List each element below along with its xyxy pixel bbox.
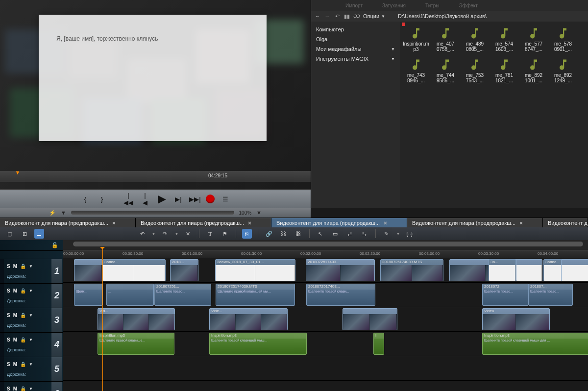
clip-video[interactable] xyxy=(343,308,397,330)
tab-import[interactable]: Импорт xyxy=(345,3,363,8)
clip-title[interactable]: Запис... xyxy=(102,259,166,281)
select-tool[interactable]: ▭ xyxy=(330,229,340,239)
file-item[interactable]: me_5741603_... xyxy=(490,26,518,52)
file-item[interactable]: me_4070758_... xyxy=(431,26,460,52)
clip-video[interactable]: Video xyxy=(482,308,550,330)
clip-audio[interactable]: Inspirition.mp3Щелкните правой клавишей … xyxy=(482,333,588,355)
mute-button[interactable]: M xyxy=(13,313,17,318)
tree-tools[interactable]: Инструменты MAGIX▼ xyxy=(311,54,400,64)
search-icon[interactable] xyxy=(353,13,360,20)
pointer-tool[interactable]: ↖ xyxy=(316,229,325,239)
tracks-area[interactable]: 00:00:00:0000:00:30:0000:01:00:0000:01:3… xyxy=(63,240,588,391)
clip-title[interactable]: Щелк... xyxy=(74,284,102,306)
clip-video[interactable]: Vide... xyxy=(209,308,288,330)
track[interactable]: Vid... Vide... Video xyxy=(63,307,588,332)
mute-button[interactable]: M xyxy=(13,362,17,367)
preview-ruler[interactable]: ▼ 04:29:15 xyxy=(0,171,311,182)
range-end-button[interactable]: } xyxy=(96,194,108,204)
file-item[interactable]: me_7438946_... xyxy=(402,58,430,83)
mute-button[interactable]: M xyxy=(13,337,17,342)
clip-title[interactable]: Запись_2018_07_30_01... xyxy=(215,259,295,281)
clip-title[interactable]: 2018072... Щелкните право... xyxy=(482,284,529,306)
clip-video[interactable] xyxy=(74,259,102,281)
next-frame-button[interactable]: ▶| xyxy=(172,194,184,204)
range-start-button[interactable]: { xyxy=(79,194,91,204)
chevron-down-icon[interactable]: ▼ xyxy=(29,387,33,391)
project-tab[interactable]: Видеоконтент для пиар xyxy=(543,218,588,227)
track[interactable]: Щелк... ... 201807251... Щелкните право.… xyxy=(63,283,588,307)
solo-button[interactable]: S xyxy=(7,386,10,391)
link-button[interactable]: 🔗 xyxy=(264,229,274,239)
lock-icon[interactable]: 🔒 xyxy=(20,313,26,318)
track[interactable]: Inspirition.mp3Щелкните правой клавише..… xyxy=(63,332,588,356)
project-tab[interactable]: Видеоконтент для пиара (предпродакш...× xyxy=(136,218,271,227)
zoom-scrollbar[interactable] xyxy=(73,242,583,246)
goto-start-button[interactable]: |◀◀ xyxy=(122,194,134,204)
project-tab[interactable]: Видеоконтент для пиара (предпродакш...× xyxy=(407,218,543,227)
close-icon[interactable]: × xyxy=(519,220,522,226)
file-item[interactable]: me_8921249_... xyxy=(549,58,577,83)
file-item[interactable]: me_7449586_... xyxy=(431,58,460,83)
file-item[interactable]: me_7537543_... xyxy=(461,58,489,83)
record-button[interactable] xyxy=(206,195,215,203)
tree-media[interactable]: Мои медиафайлы▼ xyxy=(311,44,400,54)
solo-button[interactable]: S xyxy=(7,264,10,269)
clip-video[interactable]: 2018... xyxy=(170,259,198,281)
view-mode-1[interactable]: ▢ xyxy=(5,229,15,239)
track[interactable] xyxy=(63,356,588,381)
lock-icon[interactable]: 🔒 xyxy=(20,264,26,269)
clip-video[interactable]: Vid... xyxy=(98,308,175,330)
chevron-down-icon[interactable]: ▼ xyxy=(29,362,33,367)
group-button[interactable]: ⛓ xyxy=(279,229,289,239)
ruler-marker[interactable]: ▼ xyxy=(15,170,21,175)
delete-button[interactable]: ✕ xyxy=(183,229,193,239)
view-mode-2[interactable]: ⊞ xyxy=(20,229,29,239)
clip-video[interactable]: 2018072517403... xyxy=(306,259,375,281)
ruler-scale[interactable]: 00:00:00:0000:00:30:0000:01:00:0000:01:3… xyxy=(63,250,588,258)
solo-button[interactable]: S xyxy=(7,362,10,367)
project-tab[interactable]: Видеоконтент для пиара (предпродакш...× xyxy=(0,218,136,227)
lock-icon[interactable]: 🔓 xyxy=(51,242,58,248)
tree-user[interactable]: Olga xyxy=(311,34,400,44)
close-icon[interactable]: × xyxy=(112,220,115,226)
ungroup-button[interactable]: ⛓̸ xyxy=(294,229,303,239)
chevron-down-icon[interactable]: ▼ xyxy=(29,264,33,269)
mute-button[interactable]: M xyxy=(13,288,17,293)
brace-tool[interactable]: {··} xyxy=(405,229,415,239)
close-icon[interactable]: × xyxy=(384,220,387,226)
file-item[interactable]: me_5778747_... xyxy=(519,26,548,52)
track[interactable] xyxy=(63,381,588,391)
clip-video[interactable] xyxy=(516,259,542,281)
clip-video[interactable] xyxy=(561,259,588,281)
close-icon[interactable]: × xyxy=(248,220,251,226)
solo-button[interactable]: S xyxy=(7,288,10,293)
view-mode-3[interactable]: ☰ xyxy=(34,229,44,239)
back-button[interactable]: ← xyxy=(314,13,321,20)
jog-slider[interactable] xyxy=(71,211,234,215)
razor-tool[interactable]: ✎ xyxy=(382,229,392,239)
chevron-down-icon[interactable]: ▼ xyxy=(29,313,33,318)
file-item[interactable]: me_7811821_... xyxy=(490,58,518,83)
file-item[interactable]: me_8921001_... xyxy=(519,58,548,83)
timeline-ruler[interactable]: 00:00:00:0000:00:30:0000:01:00:0000:01:3… xyxy=(63,240,588,258)
title-button[interactable]: T xyxy=(205,229,215,239)
lock-icon[interactable]: 🔒 xyxy=(20,288,26,293)
options-dropdown[interactable]: Опции ▼ xyxy=(363,13,385,19)
chevron-down-icon[interactable]: ▼ xyxy=(29,289,33,293)
tab-fades[interactable]: Затухания xyxy=(382,3,406,8)
redo-button[interactable]: ↷ xyxy=(160,229,170,239)
file-item[interactable]: me_5780901_... xyxy=(549,26,577,52)
ripple-tool[interactable]: ⇄ xyxy=(345,229,355,239)
clip-audio[interactable]: I xyxy=(373,333,384,355)
clip-title[interactable]: ... xyxy=(106,284,154,306)
lock-icon[interactable]: 🔒 xyxy=(20,386,26,391)
forward-button[interactable]: → xyxy=(324,13,331,20)
clip-audio[interactable]: Inspirition.mp3Щелкните правой клавише..… xyxy=(98,333,174,355)
solo-button[interactable]: S xyxy=(7,313,10,318)
chevron-down-icon[interactable]: ▼ xyxy=(29,338,33,342)
solo-button[interactable]: S xyxy=(7,337,10,342)
tab-effects[interactable]: Эффект xyxy=(459,3,478,8)
clip-title[interactable]: 2018072517403... Щелкните правой клави..… xyxy=(306,284,375,306)
play-button[interactable]: ▶ xyxy=(156,194,168,204)
snap-button[interactable]: ⎘ xyxy=(242,229,252,239)
